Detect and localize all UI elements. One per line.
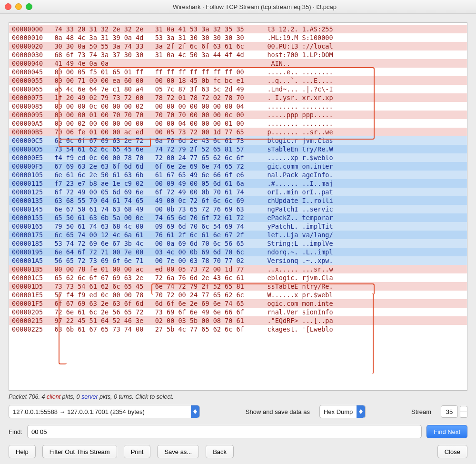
status-client: client (47, 393, 60, 400)
hex-row[interactable]: 00000055 00 00 71 00 00 ea 60 00 00 00 1… (9, 76, 467, 85)
hex-row[interactable]: 000001F5 6f 67 69 63 2e 63 6f 6d 6d 6f 6… (9, 299, 467, 308)
bottom-buttons: Help Filter Out This Stream Print Save a… (9, 445, 467, 458)
content: 00000000 74 33 20 31 32 2e 32 2e 31 0a 4… (0, 14, 476, 464)
hex-row[interactable]: 00000145 6e 67 50 61 74 63 68 49 00 0b 7… (9, 205, 467, 213)
close-icon[interactable] (5, 3, 11, 10)
hex-row[interactable]: 000000C5 62 6c 6f 67 69 63 2e 72 6a 76 6… (9, 136, 467, 145)
hex-row[interactable]: 00000095 00 00 00 01 00 70 70 70 70 70 7… (9, 111, 467, 119)
hex-row[interactable]: 00000185 53 74 72 69 6e 67 3b 4c 00 0a 6… (9, 239, 467, 248)
save-as-button[interactable]: Save as... (157, 445, 199, 458)
hex-row[interactable]: 00000045 00 00 05 f5 01 65 01 ff ff ff f… (9, 68, 467, 76)
hex-row[interactable]: 000000F5 67 69 63 2e 63 6f 6d 6d 6f 6e 2… (9, 162, 467, 171)
stream-label: Stream (411, 408, 431, 415)
hex-row[interactable]: 00000155 65 50 61 63 6b 5a 00 0e 74 65 6… (9, 213, 467, 222)
hex-row[interactable]: 00000040 41 49 4e 0a 0a AIN.. (9, 59, 467, 68)
svg-marker-1 (193, 412, 197, 414)
hex-row[interactable]: 000001D5 73 73 54 61 62 6c 65 45 6e 74 7… (9, 282, 467, 291)
hex-row[interactable]: 00000135 63 68 55 70 64 61 74 65 49 00 0… (9, 196, 467, 205)
hex-row[interactable]: 00000175 6c 65 74 00 12 4c 6a 61 76 61 2… (9, 231, 467, 239)
hex-row[interactable]: 00000030 68 6f 73 74 3a 37 30 30 31 0a 4… (9, 50, 467, 59)
hex-row[interactable]: 00000085 00 00 00 0c 00 00 00 02 00 00 0… (9, 102, 467, 111)
status-line[interactable]: Packet 706. 4 client pkts, 0 server pkts… (9, 393, 467, 400)
find-row: Find: Find Next (9, 425, 467, 438)
back-button[interactable]: Back (206, 445, 234, 458)
window-title: Wireshark · Follow TCP Stream (tcp.strea… (38, 3, 471, 10)
hex-row[interactable]: 000001B5 00 00 78 fe 01 00 00 ac ed 00 0… (9, 265, 467, 273)
window: Wireshark · Follow TCP Stream (tcp.strea… (0, 0, 476, 464)
hex-row[interactable]: 00000020 30 30 0a 50 55 3a 74 33 3a 2f 2… (9, 42, 467, 50)
hex-row[interactable]: 00000215 97 22 45 51 64 52 46 3e 02 00 0… (9, 316, 467, 325)
hex-row[interactable]: 00000125 6f 72 49 00 05 6d 69 6e 6f 72 4… (9, 188, 467, 196)
help-button[interactable]: Help (9, 445, 36, 458)
stepper-up-icon[interactable] (460, 406, 467, 412)
print-button[interactable]: Print (124, 445, 151, 458)
hex-row[interactable]: 000001C5 65 62 6c 6f 67 69 63 2e 72 6a 7… (9, 273, 467, 282)
status-suffix: pkts, 0 turns. Click to select. (98, 393, 174, 400)
find-label: Find: (9, 428, 22, 435)
encoding-value: Hex Dump (320, 408, 357, 415)
hex-row[interactable]: 000000A5 00 00 02 00 00 00 00 00 00 00 0… (9, 119, 467, 128)
hex-row[interactable]: 000001E5 57 f4 f9 ed 0c 00 00 78 70 72 0… (9, 291, 467, 299)
hex-row[interactable]: 00000105 6e 61 6c 2e 50 61 63 6b 61 67 6… (9, 171, 467, 179)
maximize-icon[interactable] (26, 3, 32, 10)
hex-row[interactable]: 00000065 a6 4c 6e 64 7e c1 80 a4 05 7c 8… (9, 85, 467, 93)
hex-row[interactable]: 00000010 0a 48 4c 3a 31 39 0a 4d 53 3a 3… (9, 33, 467, 42)
hexdump-wrapper: 00000000 74 33 20 31 32 2e 32 2e 31 0a 4… (9, 22, 467, 391)
encoding-combo[interactable]: Hex Dump (319, 405, 366, 418)
hex-row[interactable]: 000000D5 73 54 61 62 6c 65 45 6e 74 72 7… (9, 145, 467, 153)
status-server: server (81, 393, 98, 400)
find-input[interactable] (27, 425, 422, 438)
status-mid: pkts, 0 (60, 393, 81, 400)
chevron-updown-icon[interactable] (191, 405, 199, 418)
connection-value: 127.0.0.1:55588 → 127.0.0.1:7001 (2354 b… (9, 408, 191, 415)
svg-marker-3 (359, 412, 363, 414)
hex-row[interactable]: 000000B5 70 06 fe 01 00 00 ac ed 00 05 7… (9, 128, 467, 136)
find-next-button[interactable]: Find Next (426, 425, 467, 438)
show-data-label: Show and save data as (246, 408, 310, 415)
hex-row[interactable]: 00000000 74 33 20 31 32 2e 32 2e 31 0a 4… (9, 25, 467, 33)
hex-row[interactable]: 00000195 6e 64 6f 72 71 00 7e 00 03 4c 0… (9, 248, 467, 256)
controls-row: 127.0.0.1:55588 → 127.0.0.1:7001 (2354 b… (9, 405, 467, 418)
stream-stepper[interactable] (441, 405, 467, 418)
filter-out-button[interactable]: Filter Out This Stream (42, 445, 117, 458)
titlebar: Wireshark · Follow TCP Stream (tcp.strea… (0, 0, 476, 14)
hex-row[interactable]: 00000225 63 6b 61 67 65 73 74 00 27 5b 4… (9, 325, 467, 333)
hex-row[interactable]: 000001A5 56 65 72 73 69 6f 6e 71 00 7e 0… (9, 256, 467, 265)
connection-combo[interactable]: 127.0.0.1:55588 → 127.0.0.1:7001 (2354 b… (9, 405, 200, 418)
hex-row[interactable]: 00000205 72 6e 61 6c 2e 56 65 72 73 69 6… (9, 308, 467, 316)
status-prefix: Packet 706. 4 (9, 393, 47, 400)
hex-row[interactable]: 00000075 1f 20 49 02 79 73 72 00 78 72 0… (9, 93, 467, 102)
hex-row[interactable]: 00000115 f7 23 e7 b8 ae 1e c9 02 00 09 4… (9, 179, 467, 188)
hex-row[interactable]: 00000165 79 50 61 74 63 68 4c 00 09 69 6… (9, 222, 467, 231)
hexdump-pane[interactable]: 00000000 74 33 20 31 32 2e 32 2e 31 0a 4… (9, 22, 467, 391)
minimize-icon[interactable] (15, 3, 22, 10)
close-button[interactable]: Close (437, 445, 467, 458)
hex-row[interactable]: 000000E5 f4 f9 ed 0c 00 00 78 70 72 00 2… (9, 153, 467, 162)
stream-value[interactable] (441, 405, 458, 418)
chevron-updown-icon[interactable] (357, 405, 365, 418)
traffic-lights (5, 3, 32, 10)
stepper-down-icon[interactable] (460, 412, 467, 418)
